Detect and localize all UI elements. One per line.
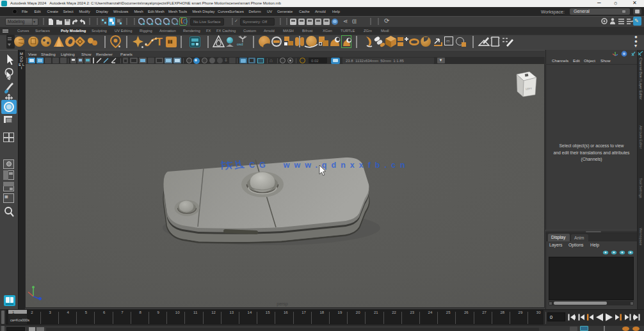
- svg-text:LEFT: LEFT: [526, 87, 533, 91]
- svg-text:persp: persp: [277, 302, 288, 307]
